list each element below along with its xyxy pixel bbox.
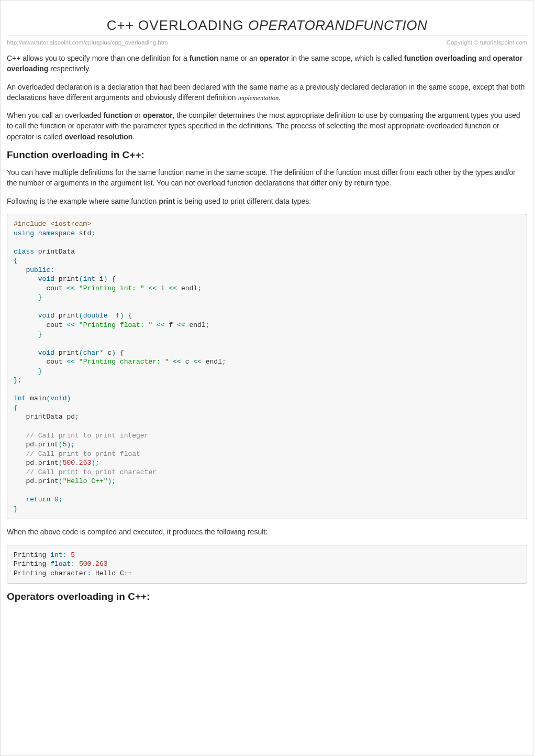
title-rule <box>7 36 527 36</box>
code-block-2: Printing int: 5 Printing float: 500.263 … <box>7 545 527 584</box>
function-overloading-paragraph-2: Following is the example where same func… <box>7 196 527 206</box>
function-overloading-paragraph-1: You can have multiple definitions for th… <box>7 167 527 189</box>
source-url[interactable]: http://www.tutorialspoint.com/cplusplus/… <box>7 39 168 46</box>
copyright-text: Copyright © tutorialspoint.com <box>447 39 527 46</box>
title-main: C++ OVERLOADING <box>107 17 248 33</box>
code-block-1: #include <iostream> using namespace std;… <box>7 214 527 520</box>
title-sub: OPERATORANDFUNCTION <box>248 17 427 33</box>
intro-paragraph-3: When you call an overloaded function or … <box>7 110 527 142</box>
page-title: C++ OVERLOADING OPERATORANDFUNCTION <box>7 17 527 34</box>
intro-paragraph-2: An overloaded declaration is a declarati… <box>7 82 527 103</box>
intro-paragraph-1: C++ allows you to specify more than one … <box>7 53 527 74</box>
section-heading-function-overloading: Function overloading in C++: <box>7 149 527 161</box>
meta-row: http://www.tutorialspoint.com/cplusplus/… <box>7 39 527 46</box>
result-intro-paragraph: When the above code is compiled and exec… <box>7 527 527 537</box>
page: C++ OVERLOADING OPERATORANDFUNCTION http… <box>0 0 534 756</box>
section-heading-operators-overloading: Operators overloading in C++: <box>7 591 527 602</box>
